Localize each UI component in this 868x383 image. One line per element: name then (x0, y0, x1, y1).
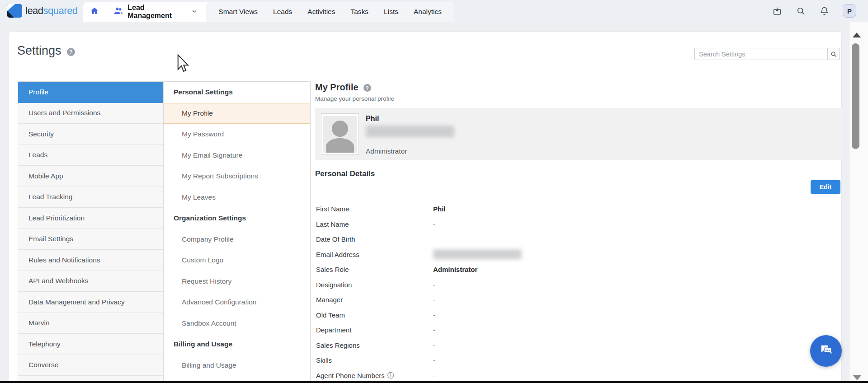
personal-details-fields: First NamePhilLast Name-Date Of BirthEma… (316, 201, 842, 383)
field-value: - (433, 372, 842, 379)
field-row-first-name: First NamePhil (316, 201, 842, 217)
workspace-label: Lead Management (127, 4, 188, 20)
field-label: Date Of Birth (316, 235, 433, 243)
scroll-down-arrow[interactable] (853, 375, 862, 380)
submenu-item-advanced-configuration[interactable]: Advanced Configuration (164, 292, 310, 313)
chat-bubbles-icon (817, 341, 835, 360)
field-value: - (433, 356, 842, 364)
settings-panel: Settings ? ProfileUsers and PermissionsS… (9, 31, 842, 383)
content-subtitle: Manage your personal profile (315, 95, 842, 102)
field-value: - (433, 296, 842, 304)
topnav-item-lists[interactable]: Lists (376, 8, 406, 16)
settings-search-input[interactable] (695, 48, 827, 60)
leadsquared-logo-icon (7, 4, 22, 18)
sidebar-item-data-management-and-privacy[interactable]: Data Management and Privacy (18, 292, 163, 313)
field-row-date-of-birth: Date Of Birth (316, 232, 842, 247)
field-label: Designation (316, 281, 433, 289)
sidebar-item-users-and-permissions[interactable]: Users and Permissions (18, 103, 163, 124)
submenu-item-request-history[interactable]: Request History (164, 271, 310, 292)
field-label-text: Manager (316, 296, 343, 304)
user-avatar[interactable]: P (843, 4, 856, 18)
scrollbar-thumb[interactable] (852, 43, 859, 149)
home-icon (90, 6, 99, 17)
submenu-item-my-leaves[interactable]: My Leaves (164, 187, 310, 208)
sidebar-item-lead-tracking[interactable]: Lead Tracking (18, 187, 163, 208)
redacted-value (433, 249, 522, 259)
field-label: Last Name (316, 220, 433, 228)
submenu-item-my-email-signature[interactable]: My Email Signature (164, 145, 310, 166)
people-icon (113, 6, 123, 18)
home-button[interactable] (83, 2, 106, 22)
search-icon[interactable] (796, 6, 806, 16)
field-label-text: Old Team (316, 311, 345, 319)
settings-search (694, 48, 840, 60)
live-chat-button[interactable] (810, 335, 842, 367)
sidebar-item-api-and-webhooks[interactable]: API and Webhooks (18, 271, 163, 292)
edit-button[interactable]: Edit (811, 180, 840, 194)
field-row-last-name: Last Name- (316, 217, 842, 232)
scroll-up-arrow[interactable] (853, 33, 861, 37)
field-value: - (433, 341, 842, 349)
redacted-email (366, 126, 454, 137)
profile-role: Administrator (366, 147, 454, 155)
sidebar-item-converse[interactable]: Converse (18, 355, 163, 376)
submenu-item-custom-logo[interactable]: Custom Logo (164, 250, 310, 271)
page-title: Settings (17, 44, 61, 58)
content-title: My Profile (315, 82, 359, 93)
field-value: - (433, 281, 842, 289)
submenu-item-my-profile[interactable]: My Profile (164, 103, 310, 124)
sidebar-item-leads[interactable]: Leads (18, 145, 163, 166)
sidebar-item-email-settings[interactable]: Email Settings (18, 229, 163, 250)
field-label: Sales Role (316, 266, 433, 273)
submenu-item-company-profile[interactable]: Company Profile (164, 229, 310, 250)
topnav-item-tasks[interactable]: Tasks (343, 8, 376, 16)
my-profile-help-icon[interactable]: ? (363, 84, 371, 92)
leadsquared-logo[interactable]: leadsquared (7, 4, 78, 18)
settings-search-button[interactable] (827, 48, 840, 60)
topnav-item-analytics[interactable]: Analytics (406, 8, 449, 16)
topbar-actions: P (772, 0, 856, 22)
submenu-item-sandbox-account[interactable]: Sandbox Account (164, 313, 310, 334)
sidebar-item-lead-prioritization[interactable]: Lead Prioritization (18, 208, 163, 229)
topnav-item-activities[interactable]: Activities (300, 8, 343, 16)
submenu-item-my-password[interactable]: My Password (164, 124, 310, 145)
field-label-text: Department (316, 326, 351, 334)
sidebar-item-rules-and-notifications[interactable]: Rules and Notifications (18, 250, 163, 271)
sidebar-item-telephony[interactable]: Telephony (18, 334, 163, 355)
bottom-edge-strip (0, 381, 868, 383)
submenu-header-personal-settings: Personal Settings (164, 82, 310, 103)
sidebar-item-marvin[interactable]: Marvin (18, 313, 163, 334)
field-row-manager: Manager- (316, 292, 842, 308)
profile-name: Phil (366, 115, 454, 123)
page-scrollbar[interactable] (849, 22, 868, 383)
profile-photo-placeholder[interactable] (321, 113, 359, 155)
submenu-header-organization-settings: Organization Settings (164, 208, 310, 229)
topnav-item-smart-views[interactable]: Smart Views (211, 8, 265, 16)
field-label: Skills (316, 356, 433, 364)
field-row-sales-regions: Sales Regions- (316, 338, 842, 353)
field-label-text: Sales Role (316, 266, 349, 273)
field-label-text: Agent Phone Numbers (316, 372, 385, 379)
field-row-email-address: Email Address (316, 247, 842, 262)
personal-details-title: Personal Details (315, 169, 375, 178)
settings-navigation: ProfileUsers and PermissionsSecurityLead… (18, 81, 311, 383)
profile-summary-card: Phil Administrator (315, 108, 842, 160)
workspace-selector[interactable]: Lead Management (106, 2, 206, 22)
import-leads-icon[interactable] (772, 6, 782, 16)
sidebar-item-mobile-app[interactable]: Mobile App (18, 166, 163, 187)
submenu-item-billing-and-usage[interactable]: Billing and Usage (164, 355, 310, 376)
person-silhouette-icon (323, 116, 357, 153)
top-nav-links: Smart ViewsLeadsActivitiesTasksListsAnal… (206, 2, 454, 22)
notifications-bell-icon[interactable] (819, 6, 829, 16)
field-label-text: Last Name (316, 220, 349, 228)
sidebar-item-security[interactable]: Security (18, 124, 163, 145)
topnav-item-leads[interactable]: Leads (265, 8, 300, 16)
field-label-text: Designation (316, 281, 352, 289)
sidebar-item-profile[interactable]: Profile (18, 82, 163, 103)
field-label-text: Email Address (316, 251, 359, 258)
info-icon[interactable]: ⓘ (387, 371, 394, 380)
settings-help-icon[interactable]: ? (67, 48, 75, 56)
submenu-item-my-report-subscriptions[interactable]: My Report Subscriptions (164, 166, 310, 187)
field-row-designation: Designation- (316, 277, 842, 293)
field-label: Department (316, 326, 433, 334)
